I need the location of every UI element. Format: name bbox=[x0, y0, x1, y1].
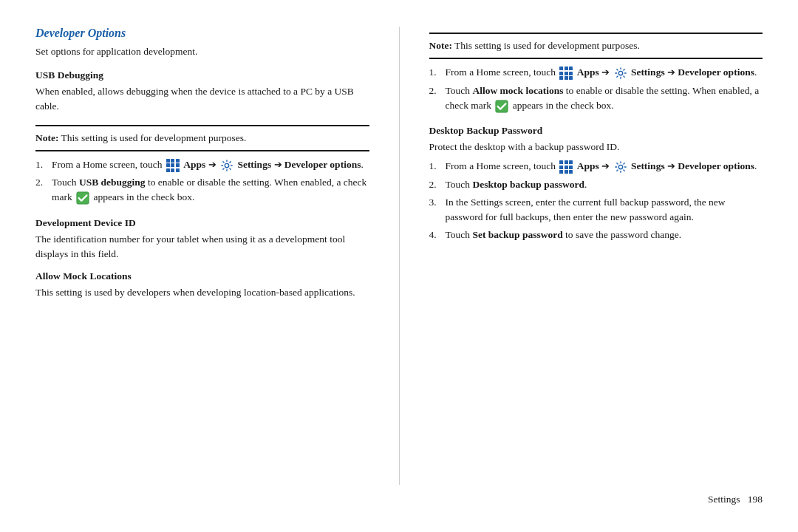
arrow-1: ➔ bbox=[601, 160, 612, 171]
step-number: 1. bbox=[429, 65, 441, 80]
developer-options-label: Developer options bbox=[678, 66, 754, 78]
apps-grid-icon bbox=[559, 66, 573, 80]
allow-mock-heading: Allow Mock Locations bbox=[35, 270, 369, 282]
intro-text: Set options for application development. bbox=[35, 46, 369, 58]
usb-debugging-bold: USB debugging bbox=[79, 177, 146, 188]
arrow-2: ➔ bbox=[667, 160, 678, 171]
step-content: Touch Allow mock locations to enable or … bbox=[446, 83, 763, 114]
backup-step-4: 4. Touch Set backup password to save the… bbox=[429, 228, 763, 242]
mock-step-2: 2. Touch Allow mock locations to enable … bbox=[429, 83, 763, 114]
settings-label: Settings bbox=[631, 66, 665, 78]
right-note-box: Note: This setting is used for developme… bbox=[429, 33, 763, 59]
arrow-1: ➔ bbox=[601, 66, 612, 78]
allow-mock-body: This setting is used by developers when … bbox=[35, 285, 369, 300]
svg-point-4 bbox=[618, 165, 622, 168]
arrow-2: ➔ bbox=[667, 66, 678, 78]
usb-debugging-body: When enabled, allows debugging when the … bbox=[35, 84, 369, 115]
desktop-backup-heading: Desktop Backup Password bbox=[429, 125, 763, 137]
step-number: 1. bbox=[35, 157, 47, 172]
apps-label: Apps bbox=[577, 160, 599, 171]
apps-label: Apps bbox=[183, 159, 205, 170]
step-content: Touch Set backup password to save the pa… bbox=[446, 228, 763, 242]
page-title: Developer Options bbox=[35, 27, 369, 40]
arrow-1: ➔ bbox=[208, 159, 219, 170]
page: Developer Options Set options for applic… bbox=[0, 0, 798, 532]
usb-step-2: 2. Touch USB debugging to enable or disa… bbox=[35, 175, 369, 205]
step-content: In the Settings screen, enter the curren… bbox=[446, 195, 763, 225]
svg-point-0 bbox=[225, 163, 228, 167]
step-content: Touch USB debugging to enable or disable… bbox=[52, 175, 369, 205]
two-column-layout: Developer Options Set options for applic… bbox=[35, 27, 763, 485]
column-divider bbox=[399, 27, 400, 485]
settings-label: Settings bbox=[237, 159, 271, 170]
apps-label: Apps bbox=[577, 66, 599, 78]
page-footer: Settings 198 bbox=[35, 485, 763, 505]
backup-steps-list: 1. From a Home screen, touch Apps ➔ bbox=[429, 159, 763, 245]
note-label: Note: bbox=[429, 40, 452, 51]
settings-gear-icon bbox=[614, 66, 627, 80]
left-note-box: Note: This setting is used for developme… bbox=[35, 125, 369, 151]
checkmark-icon bbox=[495, 100, 508, 113]
left-column: Developer Options Set options for applic… bbox=[35, 27, 369, 485]
mock-step-1: 1. From a Home screen, touch Apps ➔ bbox=[429, 65, 763, 80]
arrow-2: ➔ bbox=[274, 159, 284, 170]
settings-gear-icon bbox=[614, 160, 627, 174]
settings-label: Settings bbox=[631, 160, 665, 171]
step-number: 1. bbox=[429, 159, 441, 174]
step-content: From a Home screen, touch Apps ➔ S bbox=[446, 159, 763, 174]
settings-gear-icon bbox=[220, 159, 233, 172]
usb-step-1: 1. From a Home screen, touch Apps ➔ bbox=[35, 157, 369, 172]
checkmark-icon bbox=[76, 191, 89, 205]
developer-options-label: Developer options bbox=[284, 159, 361, 170]
note-label: Note: bbox=[35, 132, 58, 143]
backup-step-2: 2. Touch Desktop backup password. bbox=[429, 177, 763, 192]
dev-device-id-body: The identification number for your table… bbox=[35, 232, 369, 262]
desktop-backup-body: Protect the desktop with a backup passwo… bbox=[429, 140, 763, 154]
usb-debugging-heading: USB Debugging bbox=[35, 69, 369, 81]
backup-step-1: 1. From a Home screen, touch Apps ➔ bbox=[429, 159, 763, 174]
step-content: Touch Desktop backup password. bbox=[446, 177, 763, 192]
set-backup-bold: Set backup password bbox=[472, 229, 562, 240]
footer-page-number: 198 bbox=[748, 494, 763, 505]
apps-grid-icon bbox=[559, 160, 573, 174]
right-column: Note: This setting is used for developme… bbox=[429, 27, 763, 485]
usb-steps-list: 1. From a Home screen, touch Apps ➔ bbox=[35, 157, 369, 208]
mock-steps-list: 1. From a Home screen, touch Apps ➔ bbox=[429, 65, 763, 116]
step-number: 2. bbox=[429, 83, 441, 114]
step-content: From a Home screen, touch Apps ➔ S bbox=[446, 65, 763, 80]
desktop-backup-bold: Desktop backup password bbox=[472, 179, 584, 190]
step-number: 2. bbox=[429, 177, 441, 192]
developer-options-label: Developer options bbox=[678, 160, 754, 171]
allow-mock-bold: Allow mock locations bbox=[472, 85, 563, 96]
step-content: From a Home screen, touch Apps ➔ S bbox=[52, 157, 369, 172]
note-text: This setting is used for development pur… bbox=[452, 40, 640, 51]
apps-grid-icon bbox=[166, 159, 180, 172]
dev-device-id-heading: Development Device ID bbox=[35, 217, 369, 229]
note-text: This setting is used for development pur… bbox=[58, 132, 246, 143]
svg-point-2 bbox=[618, 71, 622, 75]
footer-settings-label: Settings bbox=[708, 494, 740, 505]
step-number: 4. bbox=[429, 228, 441, 242]
step-number: 3. bbox=[429, 195, 441, 225]
step-number: 2. bbox=[35, 175, 47, 205]
backup-step-3: 3. In the Settings screen, enter the cur… bbox=[429, 195, 763, 225]
